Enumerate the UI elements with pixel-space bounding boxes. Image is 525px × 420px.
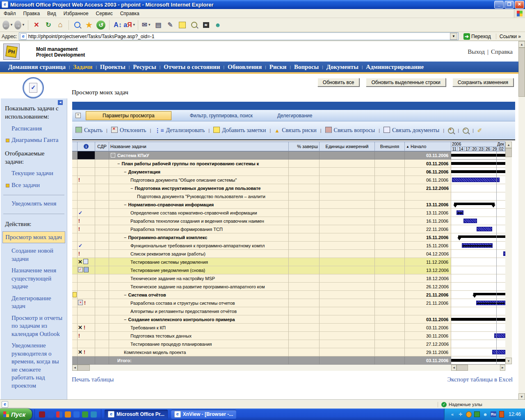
row-select-cell[interactable] xyxy=(72,258,78,266)
row-select-cell[interactable] xyxy=(72,192,78,201)
row-select-cell[interactable] xyxy=(72,225,78,233)
row-select-cell[interactable] xyxy=(72,151,78,160)
refresh-icon[interactable]: ↻ xyxy=(43,20,54,30)
table-row[interactable]: −Система КПиУ03.11.2006 xyxy=(72,151,505,160)
mail-icon[interactable]: ✉▼ xyxy=(141,20,152,30)
goto-task-button[interactable]: ✐ xyxy=(477,127,482,134)
table-row[interactable]: !Список реквизитов задачи (работы)04.12.… xyxy=(72,250,505,258)
task-name-cell[interactable]: −Система КПиУ xyxy=(109,151,289,160)
restore-button[interactable]: ❐ xyxy=(504,1,514,9)
row-select-cell[interactable] xyxy=(72,348,78,356)
header-units[interactable]: Единицы измерений xyxy=(320,142,375,151)
sidebar-item[interactable]: Расписания xyxy=(1,122,67,134)
cursor-icon[interactable]: ✛ xyxy=(458,411,463,417)
sidebar-item[interactable]: Текущие задачи xyxy=(1,167,67,178)
scroll-thumb[interactable] xyxy=(505,148,512,157)
collapse-icon[interactable]: − xyxy=(124,202,126,207)
header-task-name[interactable]: Название задачи xyxy=(109,142,289,151)
task-name-cell[interactable]: Подготовка документа "Общее описание сис… xyxy=(109,176,289,184)
person-icon[interactable]: ☻ xyxy=(482,411,488,417)
task-name-cell[interactable]: −План работы рабочей группы по проектиро… xyxy=(109,160,289,168)
nav-item-4[interactable]: Ресурсы xyxy=(130,64,159,71)
row-select-cell[interactable] xyxy=(72,233,78,242)
collapse-icon[interactable]: − xyxy=(124,317,126,322)
nav-item-2[interactable]: Задачи xyxy=(70,64,96,71)
table-row[interactable]: Тестирование процедур планирования27.12.… xyxy=(72,340,505,348)
nav-item-8[interactable]: Вопросы xyxy=(291,64,322,71)
scroll-up-icon[interactable]: ▲ xyxy=(518,41,525,48)
task-name-cell[interactable]: Тестирование уведомления (снова) xyxy=(109,266,289,274)
header-start[interactable]: ▲Начало xyxy=(405,142,451,151)
task-name-cell[interactable]: Итого: xyxy=(109,356,289,365)
sidebar-item-active[interactable]: Просмотр моих задач xyxy=(2,231,65,244)
table-row[interactable]: Техническое задание на настройку MSP18.1… xyxy=(72,274,505,283)
task-name-cell[interactable]: Разработка технологии создания и ведения… xyxy=(109,217,289,225)
taskbar-window-button[interactable]: eMicrosoft Office Pr... xyxy=(105,410,168,419)
table-row[interactable]: Алгоритмы и регламенты предоставления от… xyxy=(72,307,505,315)
row-select-cell[interactable] xyxy=(72,217,78,225)
nav-item-6[interactable]: Обновления xyxy=(224,64,265,71)
task-name-cell[interactable]: −Система отчётов xyxy=(109,291,289,299)
row-select-cell[interactable] xyxy=(72,160,78,168)
table-row[interactable]: !Подготовка документа "Общее описание си… xyxy=(72,176,505,184)
row-select-cell[interactable] xyxy=(72,307,78,315)
collapse-icon[interactable]: − xyxy=(124,169,126,174)
table-row[interactable]: !Разработка технологии создания и ведени… xyxy=(72,217,505,225)
table-row[interactable]: !Разработка технологии формирования ТСП2… xyxy=(72,225,505,233)
translate-icon[interactable]: aЯ▼ xyxy=(124,20,135,30)
page-scrollbar[interactable]: ▲ ▼ xyxy=(518,41,525,400)
nav-item-1[interactable]: Домашняя страница xyxy=(5,64,69,71)
sidebar-item[interactable]: Делегирование задач xyxy=(1,292,67,311)
row-select-cell[interactable] xyxy=(72,168,78,176)
ie-icon[interactable] xyxy=(73,411,80,418)
task-name-cell[interactable]: Техническое задание на настройку MSP xyxy=(109,274,289,283)
row-select-cell[interactable] xyxy=(72,176,78,184)
sidebar-item-selected[interactable]: Все задачи xyxy=(1,178,67,190)
table-row[interactable]: ✓Определение состава нормативно-справочн… xyxy=(72,209,505,217)
globe-icon[interactable] xyxy=(39,411,45,418)
gantt-scroll-right-icon[interactable]: ► xyxy=(500,365,505,371)
row-select-cell[interactable] xyxy=(72,315,78,324)
taskbar-window-button[interactable]: eXnView - [Browser -... xyxy=(171,410,236,419)
media-player-icon[interactable] xyxy=(82,411,88,418)
lang-badge[interactable]: Ru xyxy=(491,411,496,417)
collapse-icon[interactable]: − xyxy=(124,292,126,297)
address-dropdown-icon[interactable]: ▼ xyxy=(450,33,457,40)
font-size-icon[interactable]: A↕ xyxy=(112,20,123,30)
table-row[interactable]: −Программно-аппаратный комплекс15.11.200… xyxy=(72,233,505,242)
table-row[interactable]: −Создание комплексного контрольного прим… xyxy=(72,315,505,324)
row-select-cell[interactable] xyxy=(72,242,78,250)
sidebar-item[interactable]: Создание новой задачи xyxy=(1,244,67,264)
favorites-icon[interactable]: ★ xyxy=(84,20,94,30)
xp-docs-icon[interactable] xyxy=(56,411,62,418)
hide-button[interactable]: Скрыть xyxy=(75,127,103,134)
menu-item-Правка[interactable]: Правка xyxy=(20,9,44,18)
table-row[interactable]: Подготовка документа "Руководство пользо… xyxy=(72,192,505,201)
start-button[interactable]: Пуск xyxy=(0,409,32,420)
address-input[interactable]: e http://phpoint/projectserver/Tasks/Tas… xyxy=(19,32,459,40)
print-icon[interactable]: ▤ xyxy=(153,20,164,30)
task-name-cell[interactable]: Разработка технологии формирования ТСП xyxy=(109,225,289,233)
help-link[interactable]: Справка xyxy=(491,48,513,55)
clock-icon[interactable] xyxy=(466,411,472,417)
nav-item-9[interactable]: Документы xyxy=(323,64,362,71)
task-name-cell[interactable]: Комплексная модель проекта xyxy=(109,348,289,356)
app-blue-icon[interactable] xyxy=(48,411,54,418)
zoom-in-button[interactable]: + xyxy=(448,128,454,134)
nav-item-10[interactable]: Администрирование xyxy=(363,64,427,71)
task-name-cell[interactable]: −Нормативно-справочная информация xyxy=(109,201,289,209)
messenger-icon[interactable]: ☻ xyxy=(212,20,223,30)
row-select-cell[interactable] xyxy=(72,266,78,274)
table-row[interactable]: −План работы рабочей группы по проектиро… xyxy=(72,160,505,168)
print-table-link[interactable]: Печать таблицы xyxy=(72,376,114,383)
table-row[interactable]: ✕!Комплексная модель проекта29.11.2006 xyxy=(72,348,505,356)
header-external[interactable]: Внешняя xyxy=(375,142,405,151)
outline-button[interactable]: ⋮≡Детализировать xyxy=(155,127,205,134)
row-select-cell[interactable] xyxy=(72,209,78,217)
wmp-icon[interactable] xyxy=(91,411,97,418)
back-icon[interactable]: ←▼ xyxy=(2,20,13,30)
link-documents-button[interactable]: Связать документы xyxy=(383,127,439,134)
task-name-cell[interactable]: Алгоритмы и регламенты предоставления от… xyxy=(109,307,289,315)
sidebar-item[interactable]: Назначение меня существующей задаче xyxy=(1,264,67,292)
zoom-out-button[interactable]: − xyxy=(463,128,469,134)
